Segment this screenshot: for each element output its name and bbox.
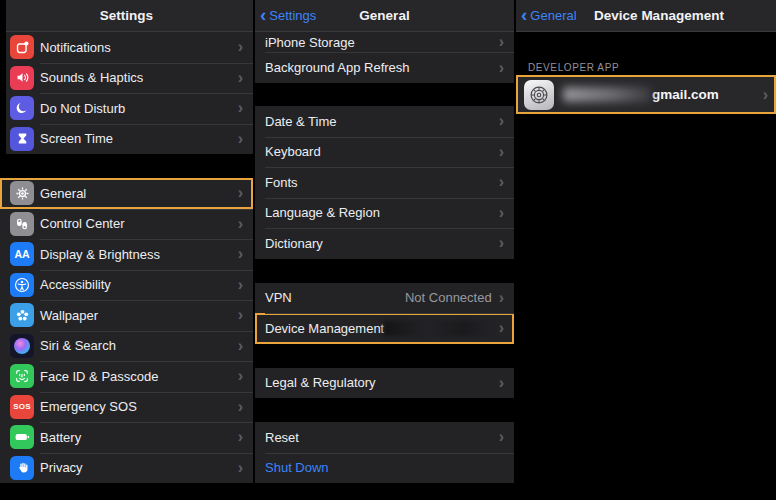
moon-icon — [10, 96, 34, 120]
back-label: Settings — [269, 8, 316, 23]
developer-app-section-header: DEVELOPER APP — [516, 56, 776, 75]
developer-app-label: gmail.com — [652, 87, 719, 102]
chevron-left-icon — [260, 5, 266, 24]
redacted-email-prefix — [563, 87, 651, 102]
item-label: iPhone Storage — [265, 35, 355, 50]
chevron-right-icon — [238, 460, 243, 476]
general-item-vpn[interactable]: VPN Not Connected — [255, 283, 514, 314]
item-label: Emergency SOS — [40, 399, 137, 414]
chevron-left-icon — [521, 5, 527, 24]
item-label: Notifications — [40, 40, 111, 55]
settings-title: Settings — [100, 8, 153, 23]
general-panel: Settings General iPhone Storage Backgrou… — [255, 0, 514, 500]
device-management-panel: General Device Management DEVELOPER APP … — [516, 0, 776, 500]
gear-icon — [10, 181, 34, 205]
item-label: Display & Brightness — [40, 247, 160, 262]
sounds-icon — [10, 66, 34, 90]
flower-icon — [10, 303, 34, 327]
group-separator — [255, 398, 514, 422]
general-item-device-management[interactable]: Device Management — [255, 313, 514, 344]
chevron-right-icon — [238, 216, 243, 232]
item-label: Keyboard — [265, 144, 321, 159]
chevron-right-icon — [238, 185, 243, 201]
chevron-right-icon — [499, 375, 504, 391]
item-label: Do Not Disturb — [40, 101, 125, 116]
settings-item-siri-search[interactable]: Siri & Search — [0, 331, 253, 362]
item-label: Background App Refresh — [265, 60, 410, 75]
general-item-date-time[interactable]: Date & Time — [255, 106, 514, 137]
item-label: Battery — [40, 430, 81, 445]
settings-item-privacy[interactable]: Privacy — [0, 453, 253, 484]
group-separator — [255, 344, 514, 368]
item-label: Dictionary — [265, 236, 323, 251]
back-label: General — [530, 8, 576, 23]
back-to-general-button[interactable]: General — [521, 0, 577, 31]
chevron-right-icon — [238, 307, 243, 323]
general-item-fonts[interactable]: Fonts — [255, 167, 514, 198]
chevron-right-icon — [499, 320, 504, 336]
chevron-right-icon — [238, 277, 243, 293]
group-separator — [255, 259, 514, 283]
toggles-icon — [10, 212, 34, 236]
settings-item-sounds-haptics[interactable]: Sounds & Haptics — [0, 63, 253, 94]
group-separator — [516, 32, 776, 56]
ios-settings-composite: Settings Notifications Sounds & Haptics … — [0, 0, 776, 500]
vpn-status-value: Not Connected — [405, 290, 492, 305]
group-separator — [255, 83, 514, 106]
battery-icon — [10, 425, 34, 449]
item-label: General — [40, 186, 86, 201]
general-item-legal-regulatory[interactable]: Legal & Regulatory — [255, 368, 514, 399]
chevron-right-icon — [499, 205, 504, 221]
item-label: VPN — [265, 290, 292, 305]
chevron-right-icon — [499, 235, 504, 251]
settings-header: Settings — [0, 0, 253, 32]
chevron-right-icon — [238, 429, 243, 445]
chevron-right-icon — [238, 131, 243, 147]
developer-app-profile-row[interactable]: gmail.com — [516, 75, 776, 114]
chevron-right-icon — [238, 100, 243, 116]
settings-item-wallpaper[interactable]: Wallpaper — [0, 300, 253, 331]
device-management-title: Device Management — [594, 8, 724, 23]
developer-app-icon — [524, 80, 554, 110]
chevron-right-icon — [238, 70, 243, 86]
general-item-language-region[interactable]: Language & Region — [255, 198, 514, 229]
item-label: Date & Time — [265, 114, 337, 129]
general-item-shut-down[interactable]: Shut Down — [255, 453, 514, 484]
redacted-profile-text — [384, 321, 490, 336]
chevron-right-icon — [763, 87, 768, 103]
settings-item-accessibility[interactable]: Accessibility — [0, 270, 253, 301]
general-item-iphone-storage[interactable]: iPhone Storage — [255, 32, 514, 52]
settings-item-notifications[interactable]: Notifications — [0, 32, 253, 63]
chevron-right-icon — [499, 113, 504, 129]
chevron-right-icon — [499, 144, 504, 160]
settings-item-general[interactable]: General — [0, 178, 253, 209]
item-label: Wallpaper — [40, 308, 98, 323]
settings-item-control-center[interactable]: Control Center — [0, 209, 253, 240]
item-label: Sounds & Haptics — [40, 70, 143, 85]
settings-item-display-brightness[interactable]: AA Display & Brightness — [0, 239, 253, 270]
general-item-keyboard[interactable]: Keyboard — [255, 137, 514, 168]
left-edge-strip — [0, 0, 6, 176]
chevron-right-icon — [238, 338, 243, 354]
device-management-header: General Device Management — [516, 0, 776, 32]
item-label: Shut Down — [265, 460, 329, 475]
settings-item-do-not-disturb[interactable]: Do Not Disturb — [0, 93, 253, 124]
item-label: Accessibility — [40, 277, 111, 292]
settings-item-face-id[interactable]: Face ID & Passcode — [0, 361, 253, 392]
settings-item-emergency-sos[interactable]: SOS Emergency SOS — [0, 392, 253, 423]
item-label: Control Center — [40, 216, 125, 231]
settings-item-battery[interactable]: Battery — [0, 422, 253, 453]
chevron-right-icon — [499, 34, 504, 50]
accessibility-icon — [10, 273, 34, 297]
general-item-background-app-refresh[interactable]: Background App Refresh — [255, 52, 514, 83]
settings-item-screen-time[interactable]: Screen Time — [0, 124, 253, 155]
general-title: General — [359, 8, 409, 23]
general-item-dictionary[interactable]: Dictionary — [255, 228, 514, 259]
group-separator — [0, 154, 253, 178]
siri-icon — [10, 334, 34, 358]
back-to-settings-button[interactable]: Settings — [260, 0, 316, 31]
chevron-right-icon — [499, 429, 504, 445]
chevron-right-icon — [499, 290, 504, 306]
item-label: Fonts — [265, 175, 298, 190]
general-item-reset[interactable]: Reset — [255, 422, 514, 453]
